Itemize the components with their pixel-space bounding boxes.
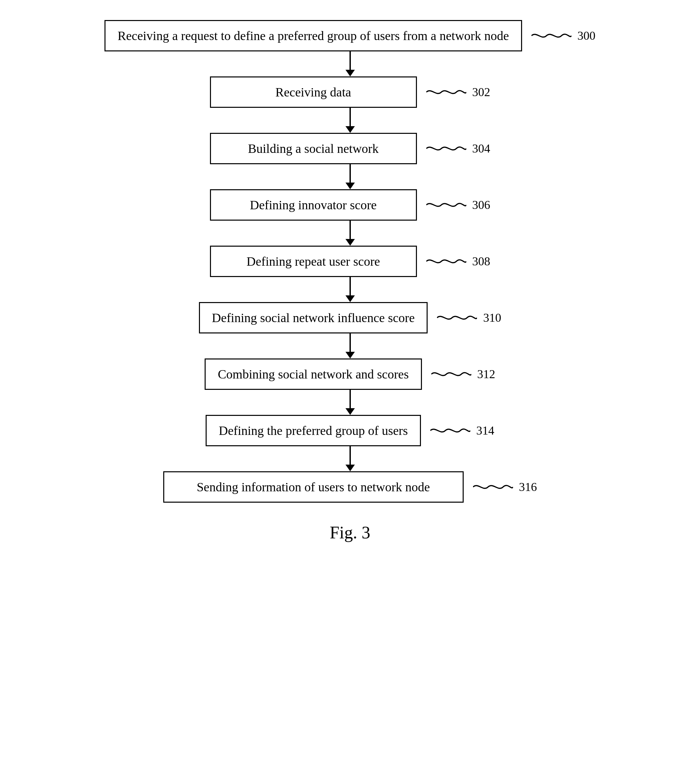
flowchart-diagram: Receiving a request to define a preferre…: [50, 20, 651, 542]
connector-308-310: [50, 277, 651, 302]
arrow-down: [346, 183, 355, 189]
arrow-down: [346, 239, 355, 246]
box-308: Defining repeat user score: [210, 246, 417, 277]
connector-310-312: [50, 333, 651, 359]
vline: [349, 52, 351, 70]
figure-label: Fig. 3: [330, 523, 370, 542]
wavy-300: [531, 30, 572, 42]
wavy-316: [473, 481, 513, 493]
connector-312-314: [50, 390, 651, 415]
box-302: Receiving data: [210, 77, 417, 108]
vline: [349, 221, 351, 239]
ref-container-304: 304: [424, 141, 490, 155]
ref-container-310: 310: [434, 311, 501, 325]
vline: [349, 333, 351, 352]
ref-container-302: 302: [424, 85, 490, 99]
box-306: Defining innovator score: [210, 189, 417, 221]
box-308-label: Defining repeat user score: [247, 254, 380, 268]
ref-label-308: 308: [472, 254, 490, 268]
ref-label-314: 314: [476, 424, 494, 438]
box-314-label: Defining the preferred group of users: [219, 424, 408, 438]
wavy-310: [437, 312, 477, 324]
ref-container-306: 306: [424, 198, 490, 212]
ref-label-316: 316: [519, 480, 537, 494]
flow-row-308: Defining repeat user score 308: [50, 246, 651, 277]
connector-302-304: [50, 108, 651, 133]
box-312: Combining social network and scores: [205, 359, 421, 390]
arrow-down: [346, 408, 355, 415]
ref-container-300: 300: [529, 29, 595, 43]
connector-306-308: [50, 221, 651, 246]
flow-row-306: Defining innovator score 306: [50, 189, 651, 221]
ref-label-312: 312: [478, 367, 495, 381]
ref-container-308: 308: [424, 254, 490, 268]
box-300-label: Receiving a request to define a preferre…: [117, 29, 509, 43]
box-wrapper-304: Building a social network 304: [210, 133, 490, 164]
ref-label-306: 306: [472, 198, 490, 212]
box-wrapper-312: Combining social network and scores 312: [205, 359, 495, 390]
flow-row-312: Combining social network and scores 312: [50, 359, 651, 390]
box-wrapper-314: Defining the preferred group of users 31…: [206, 415, 494, 446]
flow-row-316: Sending information of users to network …: [50, 471, 651, 503]
vline: [349, 446, 351, 465]
ref-label-310: 310: [483, 311, 501, 325]
box-304-label: Building a social network: [248, 141, 379, 155]
box-wrapper-308: Defining repeat user score 308: [210, 246, 490, 277]
box-wrapper-310: Defining social network influence score …: [199, 302, 501, 333]
vline: [349, 164, 351, 183]
box-306-label: Defining innovator score: [250, 198, 377, 212]
wavy-306: [426, 199, 466, 211]
box-316-label: Sending information of users to network …: [197, 480, 430, 494]
connector-304-306: [50, 164, 651, 189]
ref-label-302: 302: [472, 85, 490, 99]
box-wrapper-302: Receiving data 302: [210, 77, 490, 108]
ref-container-316: 316: [470, 480, 537, 494]
box-312-label: Combining social network and scores: [218, 367, 409, 381]
box-wrapper-306: Defining innovator score 306: [210, 189, 490, 221]
box-300: Receiving a request to define a preferre…: [105, 20, 522, 52]
flow-row-314: Defining the preferred group of users 31…: [50, 415, 651, 446]
ref-container-314: 314: [428, 424, 494, 438]
ref-container-312: 312: [429, 367, 495, 381]
arrow-down: [346, 126, 355, 133]
wavy-308: [426, 255, 466, 267]
flow-row-304: Building a social network 304: [50, 133, 651, 164]
arrow-down: [346, 352, 355, 359]
box-302-label: Receiving data: [276, 85, 351, 99]
arrow-down: [346, 465, 355, 471]
wavy-312: [431, 368, 471, 380]
flow-row-310: Defining social network influence score …: [50, 302, 651, 333]
box-310-label: Defining social network influence score: [212, 311, 415, 325]
vline: [349, 108, 351, 126]
wavy-304: [426, 142, 466, 155]
flow-row-300: Receiving a request to define a preferre…: [50, 20, 651, 52]
box-314: Defining the preferred group of users: [206, 415, 421, 446]
box-wrapper-316: Sending information of users to network …: [163, 471, 537, 503]
vline: [349, 390, 351, 408]
flow-row-302: Receiving data 302: [50, 77, 651, 108]
arrow-down: [346, 295, 355, 302]
box-316: Sending information of users to network …: [163, 471, 464, 503]
ref-label-300: 300: [578, 29, 595, 43]
box-wrapper-300: Receiving a request to define a preferre…: [105, 20, 595, 52]
box-304: Building a social network: [210, 133, 417, 164]
arrow-down: [346, 70, 355, 77]
wavy-314: [430, 424, 470, 437]
ref-label-304: 304: [472, 141, 490, 155]
wavy-302: [426, 86, 466, 98]
connector-314-316: [50, 446, 651, 471]
connector-300-302: [50, 52, 651, 77]
vline: [349, 277, 351, 295]
box-310: Defining social network influence score: [199, 302, 428, 333]
